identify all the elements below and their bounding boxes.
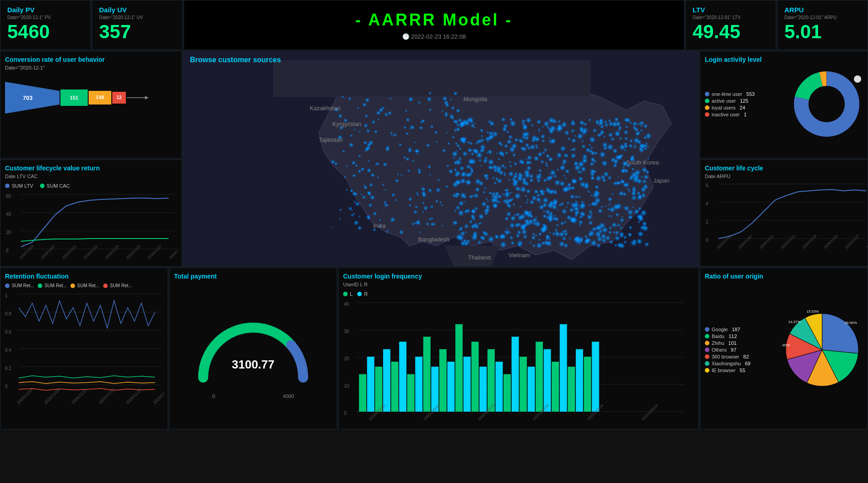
360-legend: 360 browser 82 bbox=[705, 354, 781, 359]
ltv-card: LTV Date="2020-12-01" LTV 49.45 bbox=[685, 0, 776, 50]
daily-uv-label: Daily UV bbox=[99, 6, 175, 14]
daily-pv-card: Daily PV Date="2020-12-1" PV 5460 bbox=[0, 0, 91, 50]
cac-legend: SUM CAC bbox=[40, 183, 70, 189]
login-frequency-card: Customer login frequency UserID L R L R bbox=[338, 268, 699, 429]
user-origin-title: Ratio of user origin bbox=[705, 273, 863, 280]
ret-legend-4: SUM Ret... bbox=[103, 283, 132, 288]
retention-chart bbox=[5, 292, 164, 405]
total-payment-card: Total payment 0 4000 bbox=[169, 268, 337, 429]
loyal-user-legend: loyal users 24 bbox=[705, 105, 790, 110]
ltv-label: LTV bbox=[693, 6, 769, 14]
active-user-legend: active user 125 bbox=[705, 98, 790, 104]
svg-text:12: 12 bbox=[116, 95, 122, 100]
gauge-container: 0 4000 bbox=[174, 282, 332, 420]
login-frequency-title: Customer login frequency bbox=[343, 273, 694, 280]
ie-legend: IE browser 55 bbox=[705, 368, 781, 373]
arpu-card: ARPU Date="2020-12-01" ARPU 5.01 bbox=[777, 0, 868, 50]
retention-title: Retention fluctuation bbox=[5, 273, 163, 280]
map-title: Browse customer sources bbox=[190, 56, 281, 64]
svg-text:151: 151 bbox=[70, 95, 78, 100]
inactive-user-legend: inactive user 1 bbox=[705, 112, 790, 117]
customer-lifecycle-chart bbox=[705, 182, 868, 250]
ltv-legend-dot bbox=[5, 184, 10, 188]
r-legend: R bbox=[357, 291, 368, 297]
lifecycle-return-card: Customer lifecycle value return Date LTV… bbox=[0, 159, 182, 267]
arpu-sub: Date="2020-12-01" ARPU bbox=[784, 15, 861, 20]
total-payment-title: Total payment bbox=[174, 273, 332, 280]
main-datetime: 🕐 2022-02-23 16:22:08 bbox=[402, 33, 466, 40]
lifecycle-return-subtitle: Date LTV CAC bbox=[5, 174, 177, 179]
gauge-min: 0 bbox=[212, 393, 215, 399]
lifecycle-chart bbox=[5, 192, 178, 260]
svg-marker-9 bbox=[145, 96, 149, 100]
arpu-value: 5.01 bbox=[784, 21, 861, 42]
daily-pv-label: Daily PV bbox=[7, 6, 84, 14]
gauge-chart bbox=[190, 303, 317, 393]
others-legend: Others 97 bbox=[705, 347, 781, 353]
ret-legend-1: SUM Ret... bbox=[5, 283, 34, 288]
gauge-max: 4000 bbox=[283, 393, 294, 399]
svg-text:703: 703 bbox=[23, 95, 33, 101]
l-legend: L bbox=[343, 291, 353, 297]
cac-legend-dot bbox=[40, 184, 45, 188]
daily-uv-sub: Date="2020-12-1" UV bbox=[99, 15, 175, 20]
donut-chart bbox=[790, 68, 863, 140]
user-origin-legend: Google 187 Baidu 112 Zhihu 101 bbox=[705, 325, 781, 374]
funnel-chart: 703 151 148 12 bbox=[5, 80, 150, 116]
login-activity-card: Login activity level one-time user 553 a… bbox=[700, 51, 868, 159]
one-time-user-legend: one-time user 553 bbox=[705, 91, 790, 97]
ltv-sub: Date="2020-12-01" LTV bbox=[693, 15, 769, 20]
main-title: - AARRR Model - bbox=[355, 10, 513, 30]
login-frequency-chart bbox=[343, 300, 688, 423]
ret-legend-3: SUM Ret... bbox=[70, 283, 100, 288]
donut-chart-area bbox=[790, 68, 863, 140]
baidu-legend: Baidu 112 bbox=[705, 334, 781, 339]
arpu-label: ARPU bbox=[784, 6, 861, 14]
map-card: Browse customer sources bbox=[183, 51, 699, 267]
lifecycle-return-title: Customer lifecycle value return bbox=[5, 164, 177, 172]
ret-legend-2: SUM Ret... bbox=[38, 283, 67, 288]
one-time-dot bbox=[705, 92, 709, 96]
svg-text:148: 148 bbox=[96, 95, 104, 100]
ltv-value: 49.45 bbox=[693, 21, 769, 42]
customer-lifecycle-title: Customer life cycle bbox=[705, 164, 863, 172]
daily-uv-value: 357 bbox=[99, 21, 175, 42]
cac-legend-label: SUM CAC bbox=[47, 183, 70, 189]
ltv-legend: SUM LTV bbox=[5, 183, 33, 189]
conversion-subtitle: Date="2020-12-1" bbox=[5, 65, 177, 70]
customer-lifecycle-card: Customer life cycle Date ARPU bbox=[700, 159, 868, 267]
login-activity-title: Login activity level bbox=[705, 56, 863, 63]
customer-lifecycle-subtitle: Date ARPU bbox=[705, 174, 863, 179]
loyal-dot bbox=[705, 105, 709, 110]
login-activity-legend: one-time user 553 active user 125 loyal … bbox=[705, 90, 790, 119]
daily-uv-card: Daily UV Date="2020-12-1" UV 357 bbox=[92, 0, 183, 50]
conversion-card: Conversion rate of user behavior Date="2… bbox=[0, 51, 182, 159]
retention-card: Retention fluctuation SUM Ret... SUM Ret… bbox=[0, 268, 168, 429]
ltv-legend-label: SUM LTV bbox=[12, 183, 33, 189]
pie-chart bbox=[781, 300, 863, 400]
map-canvas bbox=[183, 51, 698, 266]
google-legend: Google 187 bbox=[705, 327, 781, 332]
conversion-title: Conversion rate of user behavior bbox=[5, 56, 177, 63]
daily-pv-value: 5460 bbox=[7, 21, 84, 42]
login-frequency-subtitle: UserID L R bbox=[343, 282, 694, 287]
user-origin-card: Ratio of user origin Google 187 Baidu 11… bbox=[700, 268, 868, 429]
active-user-dot bbox=[705, 99, 709, 103]
xiaohongshu-legend: Xiaohongshu 69 bbox=[705, 361, 781, 366]
daily-pv-sub: Date="2020-12-1" PV bbox=[7, 15, 84, 20]
main-header: - AARRR Model - 🕐 2022-02-23 16:22:08 bbox=[184, 0, 684, 50]
dashboard: Daily PV Date="2020-12-1" PV 5460 Daily … bbox=[0, 0, 868, 483]
zhihu-legend: Zhihu 101 bbox=[705, 340, 781, 346]
gauge-labels: 0 4000 bbox=[212, 393, 294, 399]
inactive-dot bbox=[705, 112, 709, 117]
